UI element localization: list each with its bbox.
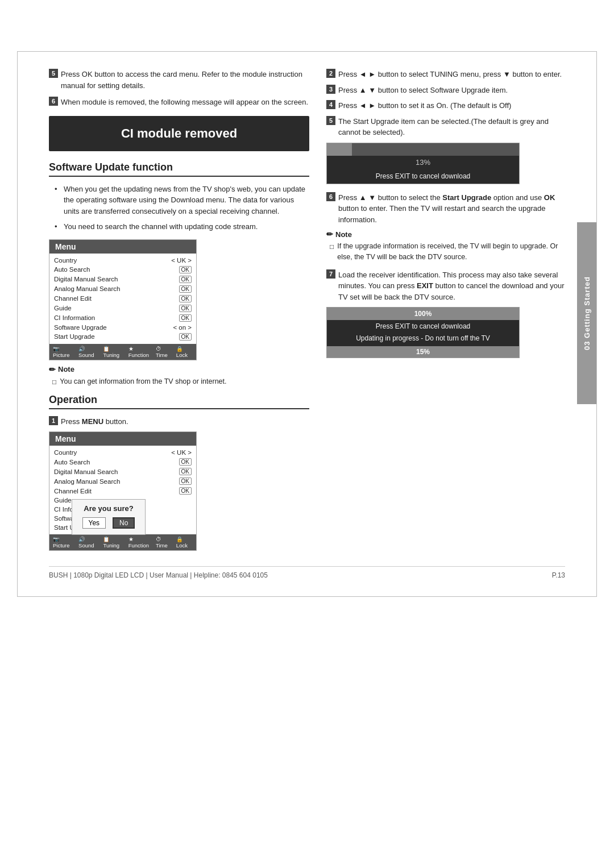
updating-progress-text: Updating in progress - Do not turn off t… [327, 333, 519, 344]
left-column: 5 Press OK button to access the card men… [49, 69, 309, 551]
op-step-1-number: 1 [49, 416, 58, 425]
note-item-1: You can get information from the TV shop… [52, 376, 309, 387]
step-5-text: Press OK button to access the card menu.… [61, 69, 309, 91]
page-wrapper: 03 Getting Started 5 Press OK button to … [0, 0, 614, 868]
note-title-1: ✏ Note [49, 365, 309, 374]
r-step-2-text: Press ◄ ► button to select TUNING menu, … [338, 69, 562, 80]
note-item-2: If the upgrade information is received, … [330, 241, 565, 263]
r-step-5-text: The Start Upgrade item can be selected.(… [338, 116, 565, 138]
software-update-bullets: When you get the updating news from the … [49, 184, 309, 232]
menu-row-analog: Analog Manual Search OK [54, 284, 192, 294]
note-block-1: ✏ Note You can get information from the … [49, 365, 309, 387]
step-6-number: 6 [49, 97, 58, 106]
menu-row-upgrade: Software Upgrade < on > [54, 323, 192, 332]
progress-bar-fill-1 [327, 143, 352, 156]
menu-title-2: Menu [49, 432, 196, 446]
menu-box-1: Menu Country < UK > Auto Search OK Digit… [49, 239, 197, 360]
footer-right: P.13 [552, 571, 565, 579]
menu2-row-autosearch: Auto Search OK [54, 457, 192, 467]
menu-row-autosearch: Auto Search OK [54, 265, 192, 275]
r-step-5-block: 5 The Start Upgrade item can be selected… [326, 116, 565, 138]
r-step-7-block: 7 Load the receiver identification. This… [326, 269, 565, 303]
r-step-3-number: 3 [326, 85, 335, 94]
dialog-buttons: Yes No [81, 517, 136, 529]
r-step-2-block: 2 Press ◄ ► button to select TUNING menu… [326, 69, 565, 80]
progress-sub-percent: 15% [416, 348, 430, 356]
r-step-4-block: 4 Press ◄ ► button to set it as On. (The… [326, 100, 565, 111]
r-step-6-block: 6 Press ▲ ▼ button to select the Start U… [326, 192, 565, 226]
dialog-title: Are you sure? [81, 504, 136, 513]
r-step-6-text: Press ▲ ▼ button to select the Start Upg… [338, 192, 565, 226]
progress-sub-bar: 15% [327, 346, 519, 358]
step-5-number: 5 [49, 69, 58, 78]
menu2-row-analog: Analog Manual Search OK [54, 476, 192, 486]
main-content: 5 Press OK button to access the card men… [18, 52, 596, 568]
r-step-2-number: 2 [326, 69, 335, 78]
menu-row-guide: Guide OK [54, 304, 192, 313]
op-step-1-text: Press MENU button. [61, 416, 128, 427]
menu-row-ci: CI Information OK [54, 313, 192, 323]
software-update-heading: Software Update function [49, 161, 309, 177]
r-step-3-block: 3 Press ▲ ▼ button to select Software Up… [326, 85, 565, 96]
progress-bar-outer-1 [327, 143, 519, 156]
menu-items-1: Country < UK > Auto Search OK Digital Ma… [49, 254, 196, 344]
pencil-icon-2: ✏ [326, 230, 333, 239]
menu-row-country: Country < UK > [54, 256, 192, 265]
step-5-block: 5 Press OK button to access the card men… [49, 69, 309, 91]
footer-left: BUSH | 1080p Digital LED LCD | User Manu… [49, 571, 268, 579]
menu-nav-bar-1: 📷 Picture 🔊 Sound 📋 Tuning ★ Function ⏱ … [49, 344, 196, 360]
pencil-icon: ✏ [49, 365, 56, 374]
dialog-no-button[interactable]: No [113, 517, 135, 529]
menu-row-channel-edit: Channel Edit OK [54, 294, 192, 304]
dialog-yes-button[interactable]: Yes [82, 517, 106, 529]
menu-wrapper-2: Menu Country < UK > Auto Search OK [49, 431, 197, 551]
side-tab-label: 03 Getting Started [583, 276, 591, 350]
bullet-2: You need to search the channel with upda… [55, 221, 309, 232]
ci-module-box: CI module removed [49, 116, 309, 151]
menu2-row-channel: Channel Edit OK [54, 486, 192, 496]
op-step-1-block: 1 Press MENU button. [49, 416, 309, 427]
progress-cancel-text-2: Press EXIT to cancel download [327, 320, 519, 333]
right-column: 2 Press ◄ ► button to select TUNING menu… [326, 69, 565, 551]
r-step-6-number: 6 [326, 192, 335, 201]
progress-cancel-text-1: Press EXIT to cancel download [327, 169, 519, 184]
progress-percent-2: 100% [414, 310, 432, 318]
progress-bar-full: 100% [327, 308, 519, 320]
r-step-4-text: Press ◄ ► button to set it as On. (The d… [338, 100, 511, 111]
side-tab: 03 Getting Started [577, 222, 596, 404]
menu2-row-digital: Digital Manual Search OK [54, 467, 192, 476]
r-step-7-text: Load the receiver identification. This p… [338, 269, 565, 303]
note-title-2: ✏ Note [326, 230, 565, 239]
menu-row-start-upgrade: Start Upgrade OK [54, 332, 192, 342]
menu-nav-bar-2: 📷 Picture 🔊 Sound 📋 Tuning ★ Function ⏱ … [49, 534, 196, 550]
note-block-2: ✏ Note If the upgrade information is rec… [326, 230, 565, 263]
menu-row-digital: Digital Manual Search OK [54, 275, 192, 284]
progress-area-2: 100% Press EXIT to cancel download Updat… [326, 307, 520, 358]
menu-title-1: Menu [49, 240, 196, 254]
step-6-text: When module is removed, the following me… [61, 97, 308, 108]
progress-area-1: 13% Press EXIT to cancel download [326, 143, 520, 184]
content-border: 03 Getting Started 5 Press OK button to … [17, 51, 597, 597]
r-step-3-text: Press ▲ ▼ button to select Software Upgr… [338, 85, 508, 96]
bullet-1: When you get the updating news from the … [55, 184, 309, 217]
are-you-sure-dialog: Are you sure? Yes No [72, 499, 146, 535]
ci-module-text: CI module removed [121, 126, 237, 140]
progress-percent-1: 13% [327, 156, 519, 169]
operation-heading: Operation [49, 394, 309, 409]
page-footer: BUSH | 1080p Digital LED LCD | User Manu… [49, 566, 565, 579]
r-step-4-number: 4 [326, 100, 335, 109]
r-step-5-number: 5 [326, 116, 335, 125]
r-step-7-number: 7 [326, 269, 335, 279]
step-6-block: 6 When module is removed, the following … [49, 97, 309, 108]
menu2-row-country: Country < UK > [54, 448, 192, 457]
